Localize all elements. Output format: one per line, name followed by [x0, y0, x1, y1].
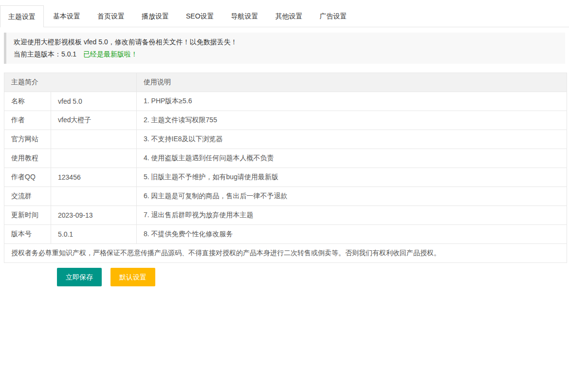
table-row: 作者 vfed大橙子 2. 主题文件读写权限755: [4, 111, 567, 130]
notice-welcome-text: 欢迎使用大橙影视模板 vfed 5.0，修改前请备份相关文件！以免数据丢失！: [14, 36, 558, 48]
table-row: 更新时间 2023-09-13 7. 退出售后群即视为放弃使用本主题: [4, 206, 567, 225]
usage-item: 7. 退出售后群即视为放弃使用本主题: [137, 206, 567, 225]
table-header-row: 主题简介 使用说明: [4, 73, 567, 92]
tab-nav-settings[interactable]: 导航设置: [223, 5, 266, 27]
header-theme-intro: 主题简介: [4, 73, 137, 92]
tab-seo-settings[interactable]: SEO设置: [178, 5, 222, 27]
settings-tab-bar: 主题设置 基本设置 首页设置 播放设置 SEO设置 导航设置 其他设置 广告设置: [0, 5, 569, 27]
copyright-row: 授权者务必尊重知识产权，严格保证不恶意传播产品源码、不得直接对授权的产品本身进行…: [4, 244, 567, 263]
theme-info-table: 主题简介 使用说明 名称 vfed 5.0 1. PHP版本≥5.6 作者 vf…: [4, 73, 567, 263]
usage-item: 8. 不提供免费个性化修改服务: [137, 225, 567, 244]
tab-other-settings[interactable]: 其他设置: [268, 5, 311, 27]
table-row: 官方网站 3. 不支持IE8及以下浏览器: [4, 130, 567, 149]
row-label: 作者QQ: [4, 168, 51, 187]
row-label: 官方网站: [4, 130, 51, 149]
usage-item: 5. 旧版主题不予维护，如有bug请使用最新版: [137, 168, 567, 187]
usage-item: 3. 不支持IE8及以下浏览器: [137, 130, 567, 149]
row-value: 5.0.1: [51, 225, 137, 244]
row-value: vfed大橙子: [51, 111, 137, 130]
tab-theme-settings[interactable]: 主题设置: [0, 5, 44, 27]
default-settings-button[interactable]: 默认设置: [110, 268, 155, 286]
row-label: 作者: [4, 111, 51, 130]
notice-box: 欢迎使用大橙影视模板 vfed 5.0，修改前请备份相关文件！以免数据丢失！ 当…: [4, 33, 565, 64]
form-actions: 立即保存 默认设置: [57, 268, 569, 286]
header-usage-instructions: 使用说明: [137, 73, 567, 92]
latest-version-text: 已经是最新版啦！: [83, 50, 138, 58]
table-row: 交流群 6. 因主题是可复制的商品，售出后一律不予退款: [4, 187, 567, 206]
row-label: 更新时间: [4, 206, 51, 225]
row-value: [51, 149, 137, 168]
usage-item: 1. PHP版本≥5.6: [137, 92, 567, 111]
row-value: vfed 5.0: [51, 92, 137, 111]
table-row: 名称 vfed 5.0 1. PHP版本≥5.6: [4, 92, 567, 111]
tab-home-settings[interactable]: 首页设置: [90, 5, 132, 27]
notice-version-line: 当前主题版本：5.0.1 已经是最新版啦！: [14, 48, 558, 60]
current-version-value: 5.0.1: [61, 50, 76, 58]
row-label: 版本号: [4, 225, 51, 244]
row-value: [51, 130, 137, 149]
usage-item: 2. 主题文件读写权限755: [137, 111, 567, 130]
table-row: 作者QQ 123456 5. 旧版主题不予维护，如有bug请使用最新版: [4, 168, 567, 187]
row-label: 交流群: [4, 187, 51, 206]
row-label: 名称: [4, 92, 51, 111]
usage-item: 6. 因主题是可复制的商品，售出后一律不予退款: [137, 187, 567, 206]
row-value: 2023-09-13: [51, 206, 137, 225]
save-button[interactable]: 立即保存: [57, 268, 102, 286]
tab-ad-settings[interactable]: 广告设置: [312, 5, 355, 27]
tab-basic-settings[interactable]: 基本设置: [45, 5, 88, 27]
copyright-text: 授权者务必尊重知识产权，严格保证不恶意传播产品源码、不得直接对授权的产品本身进行…: [4, 244, 567, 263]
table-row: 使用教程 4. 使用盗版主题遇到任何问题本人概不负责: [4, 149, 567, 168]
row-value: 123456: [51, 168, 137, 187]
usage-item: 4. 使用盗版主题遇到任何问题本人概不负责: [137, 149, 567, 168]
table-row: 版本号 5.0.1 8. 不提供免费个性化修改服务: [4, 225, 567, 244]
tab-play-settings[interactable]: 播放设置: [134, 5, 177, 27]
row-value: [51, 187, 137, 206]
row-label: 使用教程: [4, 149, 51, 168]
current-version-label: 当前主题版本：: [14, 50, 61, 58]
